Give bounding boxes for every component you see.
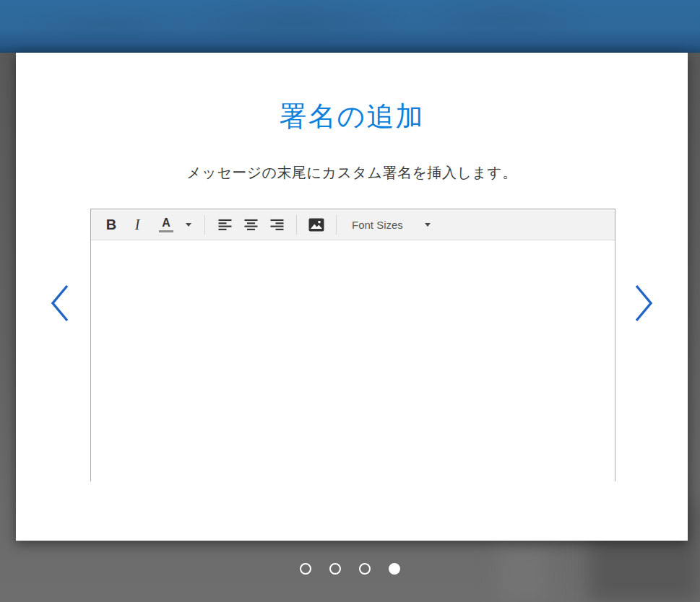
text-color-button[interactable]: A <box>155 212 178 237</box>
align-left-button[interactable] <box>213 212 236 237</box>
toolbar-separator <box>204 215 205 235</box>
dialog-title: 署名の追加 <box>16 99 688 134</box>
align-right-button[interactable] <box>265 212 288 237</box>
prev-slide-button[interactable] <box>48 284 72 323</box>
italic-button[interactable]: I <box>126 212 152 237</box>
toolbar-separator <box>336 215 337 235</box>
text-color-dropdown-button[interactable] <box>181 212 196 237</box>
signature-editor: B I A <box>90 209 615 481</box>
font-sizes-dropdown[interactable]: Font Sizes <box>349 212 433 237</box>
bold-button[interactable]: B <box>100 212 123 237</box>
chevron-down-icon <box>425 223 431 227</box>
font-sizes-label: Font Sizes <box>352 219 403 231</box>
signature-setup-dialog: 署名の追加 メッセージの末尾にカスタム署名を挿入します。 B I A <box>16 53 688 541</box>
align-right-icon <box>270 219 284 230</box>
app-header-bar <box>0 0 700 53</box>
signature-editor-content[interactable] <box>91 240 615 482</box>
next-slide-button[interactable] <box>632 284 655 323</box>
chevron-right-icon <box>634 284 654 322</box>
dialog-subtitle: メッセージの末尾にカスタム署名を挿入します。 <box>16 162 688 183</box>
editor-toolbar: B I A <box>91 209 615 240</box>
insert-image-button[interactable] <box>305 212 328 237</box>
align-center-button[interactable] <box>239 212 262 237</box>
align-left-icon <box>218 219 232 230</box>
chevron-left-icon <box>50 284 70 322</box>
carousel-dot[interactable] <box>300 563 311 575</box>
carousel-dot-active[interactable] <box>389 563 400 575</box>
carousel-dot[interactable] <box>359 563 371 575</box>
carousel-dots <box>0 563 700 575</box>
text-color-icon: A <box>159 217 173 232</box>
carousel-dot[interactable] <box>329 563 341 575</box>
align-center-icon <box>244 219 258 230</box>
chevron-down-icon <box>186 223 191 227</box>
image-icon <box>308 218 324 232</box>
toolbar-separator <box>296 215 297 235</box>
